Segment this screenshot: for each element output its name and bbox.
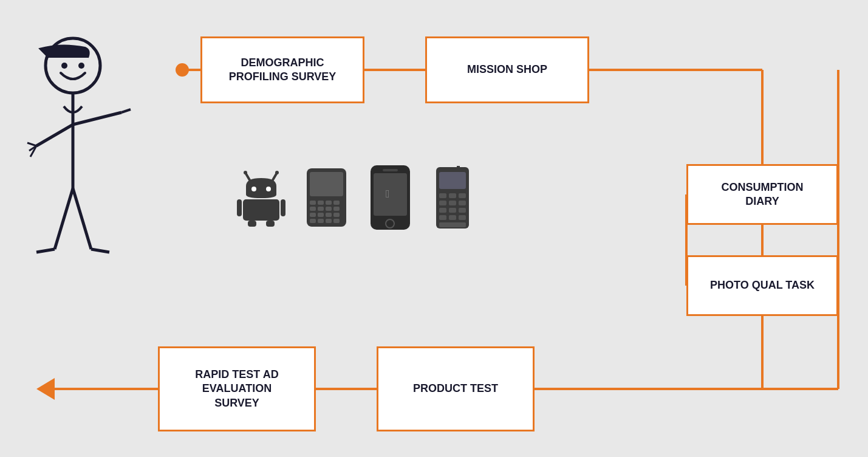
connector-dot [176,63,189,77]
svg-line-30 [55,188,73,249]
svg-point-20 [61,63,67,69]
phones-area:  [237,164,474,231]
svg-point-37 [275,171,279,174]
svg-rect-55 [310,213,316,217]
svg-rect-46 [310,172,343,196]
svg-rect-50 [333,201,340,205]
svg-point-35 [244,171,247,174]
svg-rect-75 [449,201,456,205]
svg-line-27 [27,143,36,146]
svg-rect-57 [326,213,332,217]
box-mission: MISSION SHOP [425,36,589,103]
svg-rect-62 [333,219,340,223]
svg-rect-81 [449,215,456,220]
svg-rect-77 [439,208,446,213]
box-rapid: RAPID TEST ADEVALUATIONSURVEY [158,346,316,431]
box-photo: PHOTO QUAL TASK [686,255,838,316]
svg-line-32 [73,188,91,249]
svg-rect-72 [449,193,456,198]
svg-rect-69 [457,166,460,172]
svg-rect-52 [318,207,324,211]
svg-rect-73 [459,193,466,198]
blackberry-icon [304,167,349,228]
product-label: PRODUCT TEST [413,382,498,396]
svg-rect-80 [439,215,446,220]
svg-line-31 [36,249,55,252]
svg-rect-83 [439,222,466,227]
mission-label: MISSION SHOP [467,63,547,77]
demographic-label: DEMOGRAPHICPROFILING SURVEY [229,56,337,84]
svg-rect-53 [326,207,332,211]
svg-rect-66 [383,169,398,171]
svg-rect-71 [439,193,446,198]
svg-rect-47 [310,201,316,205]
svg-point-21 [78,63,84,69]
svg-rect-41 [237,199,242,216]
svg-marker-17 [36,378,55,400]
svg-rect-49 [326,201,332,205]
svg-rect-76 [459,201,466,205]
svg-rect-82 [459,215,466,220]
box-consumption: CONSUMPTIONDIARY [686,164,838,225]
svg-rect-42 [281,199,285,216]
svg-rect-51 [310,207,316,211]
svg-rect-78 [449,208,456,213]
iphone-icon:  [367,164,413,231]
box-product: PRODUCT TEST [377,346,535,431]
photo-label: PHOTO QUAL TASK [710,278,815,292]
svg-rect-58 [333,213,340,217]
svg-line-25 [121,109,131,112]
svg-rect-61 [326,219,332,223]
diagram-container: DEMOGRAPHICPROFILING SURVEY MISSION SHOP… [0,0,868,457]
svg-point-38 [251,187,256,191]
svg-point-39 [266,187,271,191]
svg-rect-40 [243,199,279,221]
svg-rect-54 [333,207,340,211]
svg-rect-74 [439,201,446,205]
svg-rect-79 [459,208,466,213]
svg-rect-59 [310,219,316,223]
old-phone-icon [431,166,474,230]
consumption-label: CONSUMPTIONDIARY [722,180,804,209]
svg-rect-60 [318,219,324,223]
svg-rect-70 [439,172,466,189]
svg-line-33 [91,249,109,252]
svg-text::  [386,188,390,200]
svg-rect-56 [318,213,324,217]
svg-rect-44 [266,221,275,227]
svg-rect-64 [374,173,407,216]
svg-rect-43 [248,221,256,227]
svg-line-24 [73,112,121,125]
rapid-label: RAPID TEST ADEVALUATIONSURVEY [195,368,278,410]
box-demographic: DEMOGRAPHICPROFILING SURVEY [200,36,364,103]
svg-line-26 [36,125,73,146]
android-icon [237,169,285,227]
stick-figure [12,24,134,316]
svg-rect-48 [318,201,324,205]
